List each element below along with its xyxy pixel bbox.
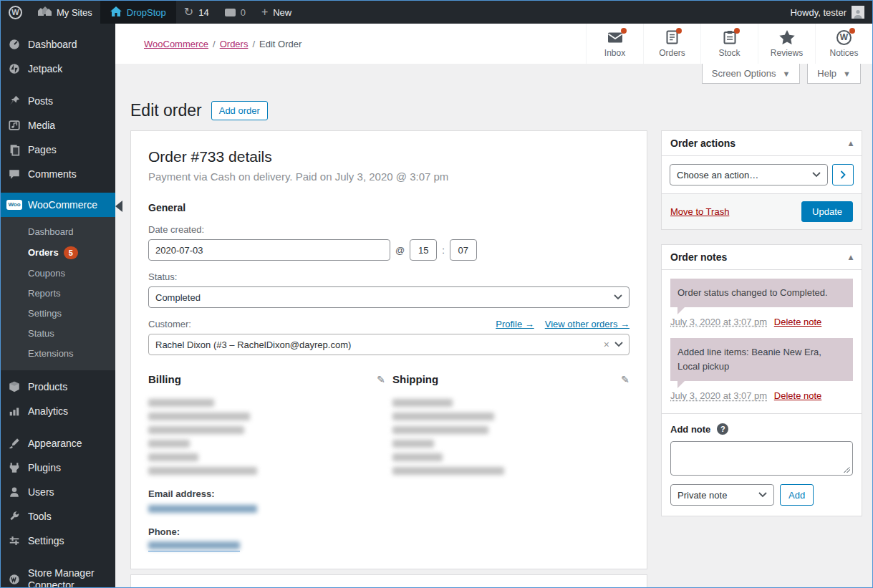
comments-menu[interactable]: 0 — [217, 1, 254, 24]
note-type-selected-value: Private note — [677, 490, 727, 501]
redacted-billing-line — [148, 467, 257, 475]
customer-profile-link[interactable]: Profile → — [496, 319, 534, 329]
updates-icon: ↻ — [184, 6, 193, 18]
view-other-orders-link[interactable]: View other orders → — [545, 319, 630, 329]
sidebar-item-label: Posts — [28, 95, 53, 107]
breadcrumb-separator: / — [213, 39, 216, 49]
current-site-menu[interactable]: DropStop — [100, 1, 176, 24]
plug-icon — [7, 461, 21, 474]
redacted-email-link[interactable] — [148, 505, 257, 513]
sidebar-item-tools[interactable]: Tools — [1, 504, 115, 529]
order-date-input[interactable]: 2020-07-03 — [148, 239, 390, 261]
sidebar-item-store-manager-connector[interactable]: Store Manager Connector — [1, 562, 115, 588]
customer-selected-value: Rachel Dixon (#3 – RachelDixon@dayrep.co… — [155, 339, 351, 350]
sidebar-item-woocommerce[interactable]: Woo WooCommerce — [1, 193, 115, 217]
sidebar-item-appearance[interactable]: Appearance — [1, 431, 115, 456]
order-notes-panel: Order notes ▴ Order status changed to Co… — [661, 244, 862, 516]
shipping-heading: Shipping — [392, 373, 438, 385]
sidebar-item-plugins[interactable]: Plugins — [1, 456, 115, 480]
sidebar-item-label: Jetpack — [28, 62, 62, 75]
home-icon — [110, 6, 122, 19]
billing-section: Billing ✎ Email address: Phone: — [148, 373, 385, 551]
tab-reviews[interactable]: Reviews — [758, 24, 815, 64]
status-selected-value: Completed — [155, 292, 201, 303]
tab-stock[interactable]: Stock — [700, 24, 758, 64]
apply-action-button[interactable] — [832, 164, 854, 185]
active-menu-arrow — [115, 201, 122, 212]
sidebar-item-pages[interactable]: Pages — [1, 138, 115, 162]
action-selected-value: Choose an action… — [677, 170, 758, 180]
submenu-item-coupons[interactable]: Coupons — [1, 264, 115, 284]
note-tail — [677, 381, 685, 388]
delete-note-link[interactable]: Delete note — [774, 317, 822, 327]
note-tail — [677, 307, 685, 314]
breadcrumb-woocommerce-link[interactable]: WooCommerce — [144, 39, 208, 49]
order-status-select[interactable]: Completed — [148, 286, 630, 308]
note-textarea[interactable] — [670, 441, 853, 476]
help-tip-icon[interactable]: ? — [717, 423, 728, 435]
chevron-down-icon — [812, 172, 821, 178]
inbox-icon — [607, 29, 623, 45]
sidebar-item-analytics[interactable]: Analytics — [1, 399, 115, 423]
note-date-link[interactable]: July 3, 2020 at 3:07 pm — [670, 390, 767, 401]
wordpress-admin-window: W My Sites DropStop ↻ 14 0 + New — [0, 0, 873, 588]
comments-bubble-icon — [7, 168, 21, 180]
add-order-button[interactable]: Add order — [211, 101, 268, 120]
sliders-icon — [7, 534, 21, 547]
wordpress-logo-menu[interactable]: W — [1, 1, 30, 24]
order-minute-input[interactable]: 07 — [450, 239, 477, 261]
order-data-panel: Order #733 details Payment via Cash on d… — [130, 130, 647, 569]
move-to-trash-link[interactable]: Move to Trash — [670, 206, 729, 217]
sidebar-item-users[interactable]: Users — [1, 480, 115, 504]
collapse-panel-icon[interactable]: ▴ — [849, 252, 853, 262]
admin-sidebar: Dashboard Jetpack Posts Media Pages Comm… — [1, 24, 115, 587]
tab-notices[interactable]: W Notices — [815, 24, 872, 64]
new-content-menu[interactable]: + New — [254, 1, 299, 24]
breadcrumb-separator: / — [252, 39, 255, 49]
general-heading: General — [148, 202, 630, 213]
jetpack-icon — [7, 62, 21, 75]
submenu-item-extensions[interactable]: Extensions — [1, 344, 115, 364]
submenu-item-dashboard[interactable]: Dashboard — [1, 222, 115, 242]
tab-orders[interactable]: Orders — [643, 24, 700, 64]
sidebar-item-products[interactable]: Products — [1, 375, 115, 399]
note-type-select[interactable]: Private note — [670, 484, 774, 506]
howdy-label: Howdy, tester — [790, 7, 847, 18]
submenu-item-settings[interactable]: Settings — [1, 304, 115, 324]
redacted-billing-line — [148, 426, 244, 434]
sidebar-item-comments[interactable]: Comments — [1, 162, 115, 186]
sidebar-item-jetpack[interactable]: Jetpack — [1, 57, 115, 81]
edit-billing-icon[interactable]: ✎ — [377, 374, 385, 385]
add-note-button[interactable]: Add — [780, 484, 814, 506]
redacted-billing-line — [148, 413, 250, 420]
shipping-section: Shipping ✎ — [392, 373, 630, 551]
my-sites-menu[interactable]: My Sites — [30, 1, 100, 24]
sidebar-item-posts[interactable]: Posts — [1, 89, 115, 113]
edit-shipping-icon[interactable]: ✎ — [621, 374, 630, 385]
updates-menu[interactable]: ↻ 14 — [176, 1, 217, 24]
submenu-item-reports[interactable]: Reports — [1, 284, 115, 304]
updates-count: 14 — [198, 7, 208, 18]
tab-inbox[interactable]: Inbox — [586, 24, 643, 64]
clear-icon[interactable]: × — [604, 339, 609, 350]
redacted-phone-link[interactable] — [148, 541, 240, 549]
sidebar-item-label: Pages — [28, 143, 57, 156]
screen-options-button[interactable]: Screen Options ▼ — [702, 64, 801, 84]
account-menu[interactable]: Howdy, tester — [782, 1, 872, 24]
chevron-down-icon — [614, 342, 623, 347]
order-hour-input[interactable]: 15 — [410, 239, 437, 261]
help-button[interactable]: Help ▼ — [807, 64, 861, 84]
order-action-select[interactable]: Choose an action… — [670, 164, 828, 185]
sidebar-item-label: Appearance — [28, 437, 82, 450]
submenu-item-status[interactable]: Status — [1, 324, 115, 344]
delete-note-link[interactable]: Delete note — [774, 390, 822, 401]
collapse-panel-icon[interactable]: ▴ — [849, 138, 853, 148]
note-date-link[interactable]: July 3, 2020 at 3:07 pm — [670, 317, 767, 327]
submenu-item-orders[interactable]: Orders5 — [1, 242, 115, 264]
sidebar-item-dashboard[interactable]: Dashboard — [1, 32, 115, 57]
sidebar-item-media[interactable]: Media — [1, 113, 115, 138]
customer-select[interactable]: Rachel Dixon (#3 – RachelDixon@dayrep.co… — [148, 334, 630, 355]
sidebar-item-settings[interactable]: Settings — [1, 529, 115, 553]
breadcrumb-orders-link[interactable]: Orders — [220, 39, 249, 49]
update-button[interactable]: Update — [801, 201, 853, 222]
